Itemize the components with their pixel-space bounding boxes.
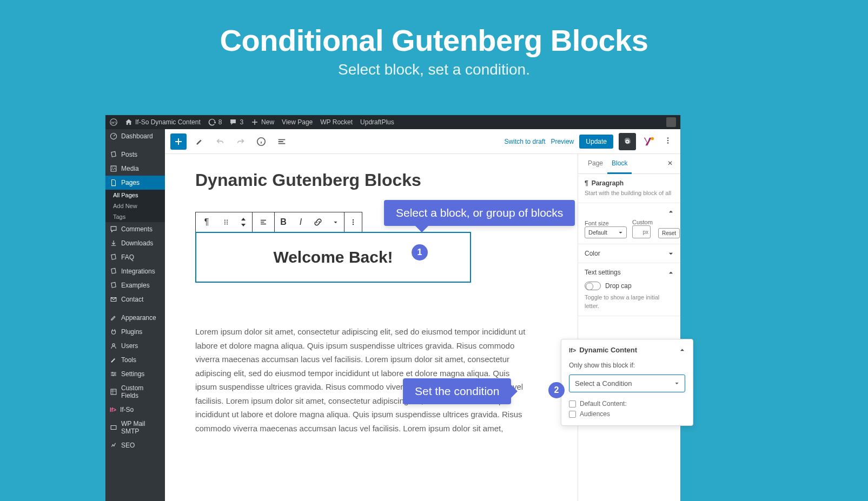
redo-icon[interactable] (233, 134, 248, 149)
yoast-icon[interactable] (641, 135, 655, 149)
callout-select-block: Select a block, or group of blocks (384, 200, 575, 226)
hero-title: Conditional Gutenberg Blocks (0, 23, 868, 58)
add-block-button[interactable] (170, 133, 187, 150)
adminbar-comments[interactable]: 3 (229, 118, 243, 126)
move-arrows-icon[interactable] (235, 212, 252, 232)
tab-block[interactable]: Block (607, 154, 632, 174)
sidebar-item-seo[interactable]: SEO (105, 438, 165, 452)
adminbar-updraft[interactable]: UpdraftPlus (360, 118, 394, 126)
reset-button[interactable]: Reset (658, 228, 680, 238)
svg-point-13 (224, 219, 226, 221)
sidebar-item-tools[interactable]: Tools (105, 353, 165, 367)
audiences-check[interactable]: Audiences (569, 410, 685, 418)
sidebar-item-media[interactable]: Media (105, 162, 165, 176)
drag-handle-icon[interactable] (217, 212, 235, 232)
sidebar-item-contact[interactable]: Contact (105, 292, 165, 306)
format-dropdown-icon[interactable] (327, 212, 344, 232)
close-panel-icon[interactable]: ✕ (665, 154, 675, 173)
selected-paragraph-block[interactable]: Welcome Back! (195, 232, 471, 283)
svg-point-15 (224, 222, 226, 223)
adminbar-updates[interactable]: 8 (208, 118, 222, 126)
adminbar-new[interactable]: New (251, 118, 274, 126)
svg-point-5 (114, 373, 115, 375)
sidebar-item-comments[interactable]: Comments (105, 222, 165, 236)
svg-point-10 (667, 137, 669, 139)
color-section[interactable]: Color (585, 250, 674, 257)
admin-sidebar: Dashboard Posts Media Pages All Pages Ad… (105, 129, 165, 501)
block-type-icon[interactable]: ¶ (196, 212, 217, 232)
bold-icon[interactable]: B (275, 212, 292, 232)
svg-point-19 (353, 219, 354, 221)
adminbar-viewpage[interactable]: View Page (282, 118, 313, 126)
step-badge-2: 2 (548, 382, 565, 398)
chevron-up-icon (679, 347, 685, 353)
edit-mode-icon[interactable] (192, 134, 207, 149)
adminbar-wprocket[interactable]: WP Rocket (320, 118, 353, 126)
fontsize-select[interactable]: Default (585, 226, 627, 238)
sidebar-item-examples[interactable]: Examples (105, 278, 165, 292)
switch-to-draft-link[interactable]: Switch to draft (505, 138, 546, 145)
svg-point-16 (227, 222, 228, 223)
sidebar-item-downloads[interactable]: Downloads (105, 236, 165, 250)
adminbar-site[interactable]: If-So Dynamic Content (125, 118, 201, 126)
sidebar-item-pages[interactable]: Pages (105, 176, 165, 190)
adminbar-updates-count: 8 (218, 118, 222, 126)
text-settings-section[interactable]: Text settings (585, 269, 674, 276)
chevron-up-icon (668, 270, 674, 276)
sidebar-item-plugins[interactable]: Plugins (105, 325, 165, 339)
dynamic-panel-header[interactable]: If>Dynamic Content (569, 346, 685, 354)
checkbox-icon[interactable] (569, 411, 576, 418)
sidebar-item-ifso[interactable]: If>If-So (105, 403, 165, 417)
sidebar-item-customfields[interactable]: Custom Fields (105, 381, 165, 403)
settings-gear-icon[interactable] (619, 133, 636, 150)
sidebar-item-faq[interactable]: FAQ (105, 250, 165, 264)
svg-point-9 (651, 137, 654, 140)
editor-toolbar: Switch to draft Preview Update (165, 129, 680, 154)
italic-icon[interactable]: I (292, 212, 309, 232)
dropcap-toggle[interactable] (585, 282, 601, 290)
chevron-up-icon[interactable] (668, 209, 674, 215)
adminbar-site-label: If-So Dynamic Content (135, 118, 201, 126)
sidebar-item-settings[interactable]: Settings (105, 367, 165, 381)
block-more-icon[interactable] (344, 212, 362, 232)
svg-point-6 (112, 375, 114, 376)
wp-adminbar: If-So Dynamic Content 8 3 New View Page … (105, 115, 680, 129)
sidebar-sub-addnew[interactable]: Add New (105, 201, 165, 211)
custom-size-input[interactable] (632, 225, 651, 238)
link-icon[interactable] (309, 212, 327, 232)
svg-point-11 (667, 139, 669, 141)
sidebar-item-wpmail[interactable]: WP Mail SMTP (105, 417, 165, 438)
tab-page[interactable]: Page (584, 154, 607, 173)
adminbar-avatar[interactable] (666, 117, 676, 127)
default-content-check[interactable]: Default Content: (569, 400, 685, 408)
callout-set-condition: Set the condition (403, 378, 511, 404)
sidebar-item-users[interactable]: Users (105, 339, 165, 353)
undo-icon[interactable] (213, 134, 228, 149)
checkbox-icon[interactable] (569, 400, 576, 408)
info-icon[interactable] (254, 134, 269, 149)
preview-link[interactable]: Preview (551, 138, 574, 145)
more-options-icon[interactable] (661, 133, 675, 150)
sidebar-sub-allpages[interactable]: All Pages (105, 190, 165, 201)
condition-label: Only show this block if: (569, 362, 685, 369)
sidebar-item-integrations[interactable]: Integrations (105, 264, 165, 278)
block-type-desc: Start with the building block of all (585, 189, 674, 197)
fontsize-label: Font size (585, 220, 627, 226)
block-editor: Switch to draft Preview Update Dynamic G… (165, 129, 680, 501)
sidebar-item-dashboard[interactable]: Dashboard (105, 129, 165, 143)
update-button[interactable]: Update (579, 135, 613, 149)
dropcap-label: Drop cap (605, 282, 632, 290)
sidebar-item-posts[interactable]: Posts (105, 148, 165, 162)
sidebar-item-appearance[interactable]: Appearance (105, 311, 165, 325)
outline-icon[interactable] (274, 134, 289, 149)
svg-point-21 (353, 224, 354, 225)
page-title[interactable]: Dynamic Gutenberg Blocks (195, 170, 547, 190)
condition-select[interactable]: Select a Condition (569, 375, 685, 392)
adminbar-wp-logo[interactable] (110, 118, 117, 126)
settings-panel: Page Block ✕ ¶ Paragraph Start with the … (578, 154, 680, 501)
sidebar-sub-tags[interactable]: Tags (105, 211, 165, 222)
svg-point-14 (227, 219, 228, 221)
chevron-down-icon (674, 381, 679, 386)
align-icon[interactable] (253, 212, 274, 232)
wordpress-screenshot: If-So Dynamic Content 8 3 New View Page … (105, 115, 680, 501)
